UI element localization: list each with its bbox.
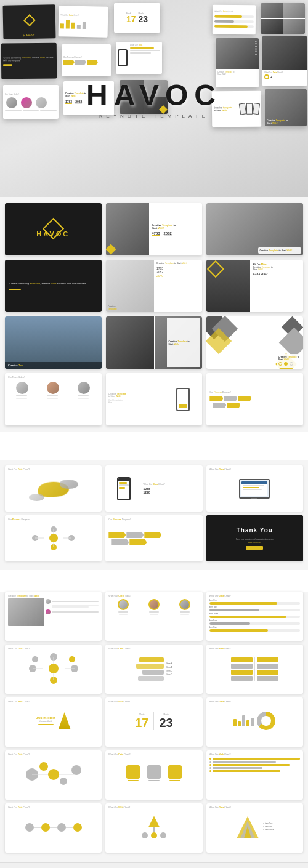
tree-chart-slide: What Our Web Chart?: [105, 803, 202, 853]
large-row-1: Creative Template to Start With!: [5, 592, 303, 641]
spacer-1b: [0, 439, 308, 460]
main-wrapper: HAVOC What Our Data Chart? Mo: [0, 0, 308, 868]
floating-slide-11: Our Team Slides!: [3, 85, 59, 119]
footer-watermark: ⊕ www.gfxtra.com: [0, 862, 308, 868]
large-row-4: What Our Data Chart?: [5, 750, 303, 800]
floating-slide-7: Our Process Diagram!: [62, 44, 111, 76]
laptop-chart-slide: What Our Data Chart?: [206, 465, 303, 512]
floating-slide-6: "Create something awesome, achieve more …: [1, 43, 57, 79]
client-says-dark-slide: What Our Client Says?: [105, 592, 202, 641]
hbar-chart-slide: What Our Data Chart? Item One Item Two I…: [206, 592, 303, 641]
hero-brand: HAVOC KEYNOTE TEMPLATE: [86, 78, 222, 119]
quote-slide: "Create something awesome, achieve more …: [5, 260, 102, 312]
lifestyle-stats-slide: CreativeTemplate Creative Template to St…: [106, 260, 203, 312]
havoc-title-slide: HAVOC: [5, 203, 102, 255]
floating-slide-3: Month 17 Month 23: [114, 3, 160, 33]
process-arrows-slide: Our Process Diagram!: [206, 373, 303, 425]
flow-arrows-slide: Our Process Diagram!: [105, 515, 202, 561]
floating-slide-15: Creative Template toStart With!: [265, 89, 307, 126]
large-previews-section: Creative Template to Start With!: [0, 592, 308, 862]
floating-slide-4: What Our Data Chart?: [213, 5, 256, 35]
nature-photo-slide: Creative Tem...: [5, 316, 102, 369]
data-charts-section: What Our Data Chart?: [0, 460, 308, 570]
large-row-3: What Our Web Chart? 365 million Users wo…: [5, 697, 303, 747]
floating-slide-8: What Our Data: [116, 42, 162, 74]
charts-row-2: Our Process Diagram!: [5, 515, 303, 561]
floating-slide-2: What Our Data Chart?: [59, 6, 108, 37]
mindmap-slide: What Our Data Chart?: [5, 645, 102, 694]
blob-chart-slide: What Our Data Chart?: [5, 465, 102, 512]
floating-slide-5: [261, 3, 305, 34]
step-boxes-slide: What Our Data Chart?: [105, 750, 202, 800]
diamond-collage-slide: Creative Template toStart With!: [206, 316, 303, 369]
slide-label: What Our Data Chart?: [60, 14, 106, 17]
floating-slide-1: HAVOC: [3, 4, 56, 39]
bubble-slide: What Our Data Chart?: [5, 750, 102, 800]
large-row-5: What Our Data Chart?: [5, 803, 303, 853]
stats-number-slide: What Our Web Chart? 365 million Users wo…: [5, 697, 102, 747]
numbered-items-slide: Hi, I'm Mike Creative Template toStart W…: [206, 260, 303, 312]
venn-slide: What Our Data Chart? Item A: [105, 645, 202, 694]
process-phone-slide: Creative Templateto Start With! Your Pre…: [106, 373, 203, 425]
phone-chart-slide: What Our Data Chart? 1288 1278: [105, 465, 202, 512]
spacer-1: [0, 432, 308, 439]
fashion-portrait-slide: Creative Template toStart With!: [106, 316, 203, 369]
floating-slide-9: MODERN Creative Template to Start With!: [216, 38, 259, 87]
calendar-big-slide: What Our Web Chart? Month 17 Month 23: [105, 697, 202, 747]
photo-data-slide: Creative Template to Start With!: [206, 203, 303, 255]
thank-you-slide: Thank You Send your question and suggest…: [206, 515, 303, 561]
hero-section: HAVOC What Our Data Chart? Mo: [0, 0, 308, 197]
creative-template-slide-1: Creative Template toStart With! 4783 208…: [106, 203, 203, 255]
spacer-2: [0, 570, 308, 592]
donut-chart-slide: What Our Data Chart?: [206, 697, 303, 747]
floating-slide-10: What Our Data Chart? +: [262, 36, 307, 86]
circular-connected-slide: What Our Data Chart?: [5, 803, 102, 853]
medium-preview-section: HAVOC Creative Template toStart With! 47…: [0, 197, 308, 432]
client-says-slide: Creative Template to Start With!: [5, 592, 102, 641]
large-row-2: What Our Data Chart?: [5, 645, 303, 694]
charts-row-1: What Our Data Chart?: [5, 465, 303, 512]
list-bars-slide: What Our Web Chart?: [206, 750, 303, 800]
medium-grid: HAVOC Creative Template toStart With! 47…: [5, 203, 303, 425]
connected-boxes-slide: What Our Web Chart?: [206, 645, 303, 694]
target-infographic-slide: What Our Data Chart? ▸ It: [206, 803, 303, 853]
circle-process-slide: Our Process Diagram!: [5, 515, 102, 561]
team-slide: Our Team Slides!: [5, 373, 102, 425]
